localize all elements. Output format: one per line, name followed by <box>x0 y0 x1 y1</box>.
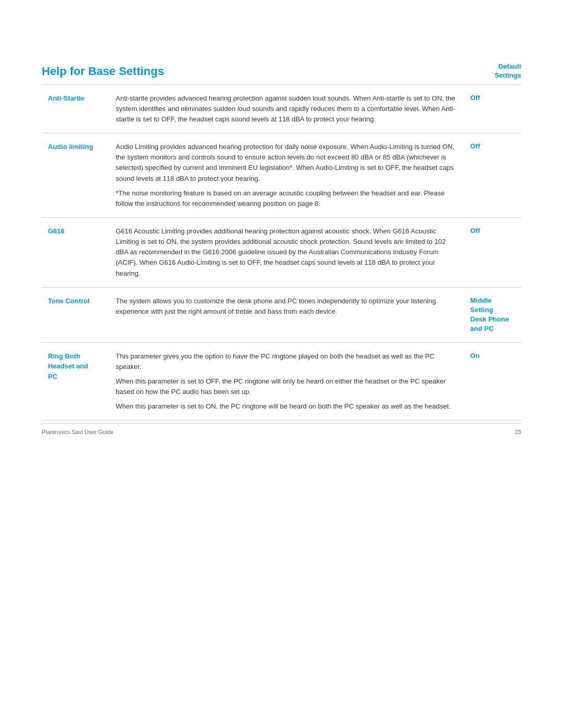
setting-description-g616: G616 Acoustic Limiting provides addition… <box>109 218 464 288</box>
setting-label-g616: G616 <box>42 218 109 288</box>
setting-description-para-g616-0: G616 Acoustic Limiting provides addition… <box>116 226 458 279</box>
setting-label-tone-control: Tone Control <box>42 287 109 342</box>
setting-description-para-anti-startle-0: Anti-startle provides advanced hearing p… <box>116 93 458 125</box>
page-footer: Plantronics Savi User Guide 23 <box>42 423 521 437</box>
setting-description-para-audio-limiting-1: *The noise monitoring feature is based o… <box>116 188 458 209</box>
setting-description-para-tone-control-0: The system allows you to customize the d… <box>116 296 458 317</box>
settings-row-g616: G616G616 Acoustic Limiting provides addi… <box>42 218 521 288</box>
footer-brand: Plantronics Savi User Guide <box>42 428 114 437</box>
page-header: Help for Base Settings Default Settings <box>42 63 521 80</box>
setting-default-anti-startle: Off <box>464 85 521 133</box>
setting-description-anti-startle: Anti-startle provides advanced hearing p… <box>109 85 464 133</box>
setting-description-ring-both: This parameter gives you the option to h… <box>109 342 464 421</box>
setting-default-tone-control: Middle Setting Desk Phone and PC <box>464 287 521 342</box>
setting-default-ring-both: On <box>464 342 521 421</box>
setting-description-para-ring-both-2: When this parameter is set to ON, the PC… <box>116 401 458 412</box>
setting-default-audio-limiting: Off <box>464 133 521 218</box>
setting-description-para-ring-both-0: This parameter gives you the option to h… <box>116 351 458 372</box>
setting-label-anti-startle: Anti-Startle <box>42 85 109 133</box>
setting-label-audio-limiting: Audio limiting <box>42 133 109 218</box>
footer-page-number: 23 <box>515 428 521 437</box>
default-settings-label: Default Settings <box>495 63 521 80</box>
setting-description-para-ring-both-1: When this parameter is set to OFF, the P… <box>116 376 458 397</box>
setting-description-para-audio-limiting-0: Audio Limiting provides advanced hearing… <box>116 142 458 184</box>
setting-description-tone-control: The system allows you to customize the d… <box>109 287 464 342</box>
setting-label-ring-both: Ring Both Headset and PC <box>42 342 109 421</box>
setting-default-g616: Off <box>464 218 521 288</box>
settings-row-tone-control: Tone ControlThe system allows you to cus… <box>42 287 521 342</box>
page-title: Help for Base Settings <box>42 63 164 80</box>
settings-row-audio-limiting: Audio limitingAudio Limiting provides ad… <box>42 133 521 218</box>
page-container: Help for Base Settings Default Settings … <box>0 0 563 452</box>
settings-table: Anti-StartleAnti-startle provides advanc… <box>42 85 521 421</box>
setting-description-audio-limiting: Audio Limiting provides advanced hearing… <box>109 133 464 218</box>
settings-row-anti-startle: Anti-StartleAnti-startle provides advanc… <box>42 85 521 133</box>
settings-row-ring-both: Ring Both Headset and PCThis parameter g… <box>42 342 521 421</box>
